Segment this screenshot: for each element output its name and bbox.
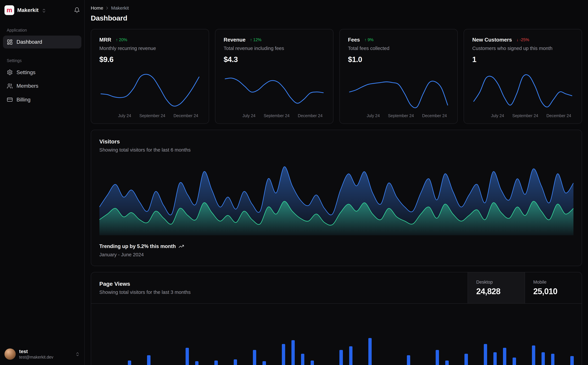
- workspace-switcher[interactable]: m Makerkit: [3, 0, 81, 19]
- toggle-label: Mobile: [533, 280, 574, 285]
- page-views-subtitle: Showing total visitors for the last 3 mo…: [99, 289, 459, 295]
- bar: [570, 356, 574, 365]
- toggle-desktop[interactable]: Desktop 24,828: [468, 272, 525, 303]
- chart-x-axis: July 24September 24December 24: [348, 112, 449, 119]
- bar: [311, 360, 314, 365]
- stat-value: $4.3: [224, 55, 325, 64]
- bar: [301, 354, 304, 365]
- new-customers-sparkline-chart: [472, 68, 574, 112]
- sidebar-item-billing[interactable]: Billing: [3, 93, 81, 106]
- users-icon: [7, 83, 13, 89]
- page-views-header: Page Views Showing total visitors for th…: [91, 272, 582, 303]
- chart-x-axis: July 24September 24December 24: [472, 112, 574, 119]
- stat-title: MRR: [99, 37, 111, 43]
- sidebar-item-members[interactable]: Members: [3, 80, 81, 92]
- bar: [147, 355, 150, 365]
- bar: [195, 361, 199, 365]
- breadcrumb-current[interactable]: Makerkit: [111, 5, 129, 11]
- toggle-value: 24,828: [476, 287, 516, 296]
- app-window: m Makerkit Application Dashboard Setting…: [0, 0, 588, 365]
- bar: [445, 360, 449, 365]
- chart-x-axis: July 24September 24December 24: [99, 112, 201, 119]
- chevrons-up-down-icon: [75, 352, 80, 357]
- stat-value: 1: [472, 55, 574, 64]
- bar: [464, 354, 468, 365]
- trend-badge: ↑20%: [116, 37, 127, 42]
- stat-title: Fees: [348, 37, 360, 43]
- section-label: Settings: [3, 57, 81, 66]
- stat-title: New Customers: [472, 37, 512, 43]
- sidebar-section-application: Application Dashboard: [3, 26, 81, 49]
- gear-icon: [7, 69, 13, 75]
- section-label: Application: [3, 26, 81, 35]
- bar: [214, 360, 218, 365]
- sidebar: m Makerkit Application Dashboard Setting…: [0, 0, 85, 365]
- bar: [234, 359, 237, 365]
- trend-arrow-icon: ↑: [250, 37, 252, 42]
- dashboard-icon: [7, 39, 13, 45]
- revenue-sparkline-chart: [224, 68, 325, 112]
- bar: [368, 338, 372, 365]
- trend-arrow-icon: ↓: [516, 37, 518, 42]
- bar: [551, 354, 554, 365]
- notifications-bell-icon[interactable]: [74, 7, 80, 13]
- chevron-right-icon: [105, 6, 110, 10]
- visitors-area-chart: [99, 161, 574, 236]
- stat-cards-row: MRR ↑20% Monthly recurring revenue $9.6 …: [91, 29, 582, 124]
- sidebar-item-dashboard[interactable]: Dashboard: [3, 35, 81, 49]
- trend-badge: ↓-25%: [516, 37, 529, 42]
- stat-card-new-customers: New Customers ↓-25% Customers who signed…: [463, 29, 582, 124]
- stat-description: Customers who signed up this month: [472, 45, 574, 51]
- stat-card-fees: Fees ↑9% Total fees collected $1.0 July …: [339, 29, 458, 124]
- stat-card-mrr: MRR ↑20% Monthly recurring revenue $9.6 …: [91, 29, 209, 124]
- visitors-card: Visitors Showing total visitors for the …: [91, 130, 582, 266]
- bar: [291, 340, 295, 365]
- bar: [282, 344, 285, 365]
- stat-description: Monthly recurring revenue: [99, 45, 201, 51]
- visitors-title: Visitors: [99, 138, 574, 145]
- stat-card-revenue: Revenue ↑12% Total revenue including fee…: [215, 29, 333, 124]
- toggle-value: 25,010: [533, 287, 574, 296]
- toggle-mobile[interactable]: Mobile 25,010: [525, 272, 582, 303]
- bar: [512, 358, 516, 365]
- user-account-menu[interactable]: test test@makerkit.dev: [3, 344, 81, 365]
- bar: [186, 348, 189, 365]
- trend-badge: ↑9%: [364, 37, 374, 42]
- visitors-trend-text: Trending up by 5.2% this month: [99, 243, 176, 249]
- bar: [484, 344, 487, 365]
- stat-title: Revenue: [224, 37, 245, 43]
- sidebar-item-label: Members: [17, 83, 38, 89]
- bar: [128, 360, 131, 365]
- visitors-date-range: January - June 2024: [99, 252, 574, 257]
- trend-badge: ↑12%: [250, 37, 262, 42]
- main-content: Home Makerkit Dashboard MRR ↑20% Monthly…: [85, 0, 588, 365]
- bar: [339, 350, 343, 365]
- stat-value: $1.0: [348, 55, 449, 64]
- fees-sparkline-chart: [348, 68, 449, 112]
- sidebar-item-label: Dashboard: [17, 39, 42, 45]
- page-views-title: Page Views: [99, 281, 459, 287]
- bar: [263, 361, 266, 365]
- bar: [253, 350, 256, 365]
- trend-arrow-icon: ↑: [364, 37, 366, 42]
- makerkit-logo: m: [5, 5, 14, 15]
- bar: [532, 345, 535, 365]
- workspace-name: Makerkit: [17, 7, 39, 13]
- sidebar-item-settings[interactable]: Settings: [3, 66, 81, 79]
- breadcrumb-home-link[interactable]: Home: [91, 5, 103, 11]
- chevrons-up-down-icon: [42, 8, 46, 12]
- trending-up-icon: [179, 244, 184, 249]
- avatar: [5, 348, 16, 360]
- toggle-label: Desktop: [476, 280, 516, 285]
- visitors-subtitle: Showing total visitors for the last 6 mo…: [99, 147, 574, 153]
- bar: [436, 350, 439, 365]
- stat-description: Total revenue including fees: [224, 45, 325, 51]
- bar: [493, 352, 497, 365]
- sidebar-section-settings: Settings Settings Members Billing: [3, 57, 81, 107]
- bar: [349, 346, 353, 365]
- trend-arrow-icon: ↑: [116, 37, 118, 42]
- credit-card-icon: [7, 97, 13, 103]
- bar: [541, 352, 545, 365]
- sidebar-item-label: Settings: [17, 69, 35, 76]
- visitors-footer: Trending up by 5.2% this month January -…: [99, 243, 574, 257]
